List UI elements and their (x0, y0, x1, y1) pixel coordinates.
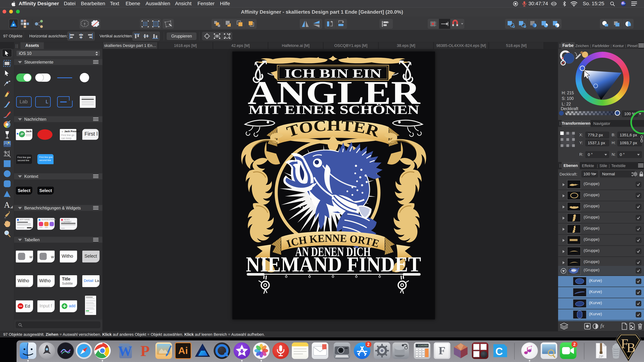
svg-text:ZIP: ZIP (599, 355, 604, 358)
svg-text:NIEMAND FINDET: NIEMAND FINDET (246, 252, 421, 276)
svg-text:W: W (118, 343, 132, 359)
svg-text:MIT EINER SCHÖNEN: MIT EINER SCHÖNEN (248, 103, 419, 116)
svg-text:B: B (626, 340, 636, 355)
svg-text:C: C (496, 346, 503, 357)
svg-text:P: P (140, 342, 150, 359)
